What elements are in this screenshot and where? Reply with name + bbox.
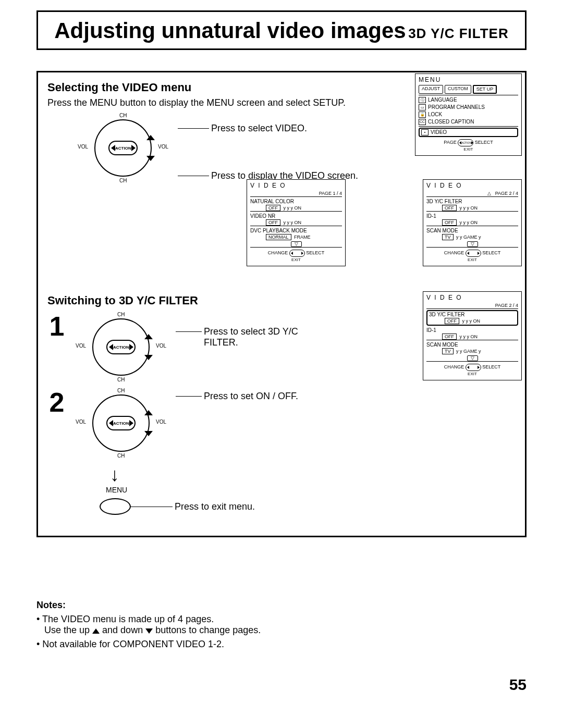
osd-menu-title: MENU: [419, 76, 518, 83]
nav-left-icon: [111, 145, 115, 151]
video-icon: •: [421, 129, 429, 135]
nav-up-icon: [146, 135, 155, 140]
page-number: 55: [36, 676, 527, 694]
notes-section: Notes: • The VIDEO menu is made up of 4 …: [36, 600, 527, 650]
instr-select-3dyc: Press to select 3D Y/C FILTER.: [204, 326, 303, 348]
triangle-down-icon: [145, 628, 153, 634]
nav-action-label: ACTION: [115, 146, 131, 151]
note-1: The VIDEO menu is made up of 4 pages.: [42, 614, 214, 624]
lock-icon: 🔒: [419, 112, 426, 118]
title-main: Adjusting unnatural video images: [54, 18, 406, 43]
note-2: Not available for COMPONENT VIDEO 1-2.: [42, 639, 224, 649]
mini-nav-icon: ACTION: [458, 139, 473, 146]
osd-tab-custom: CUSTOM: [445, 85, 471, 94]
remote-nav-diagram-1: CH CH VOL VOL ACTION: [68, 112, 178, 184]
instr-select-video: Press to select VIDEO.: [211, 123, 307, 134]
nav-right-icon: [131, 145, 136, 151]
nav-vol-left: VOL: [78, 144, 88, 150]
globe-icon: ⓘ: [419, 97, 426, 103]
step-2-number: 2: [47, 387, 66, 418]
osd-menu: MENU ADJUST CUSTOM SET UP ⓘLANGUAGE ▭PRO…: [415, 73, 522, 156]
cc-icon: CC: [419, 119, 426, 125]
instr-exit-menu: Press to exit menu.: [175, 501, 255, 512]
remote-nav-diagram-3: CH CH VOL VOL ACTION: [66, 387, 176, 460]
notes-heading: Notes:: [36, 600, 527, 611]
nav-ch-top: CH: [119, 113, 127, 118]
instr-set-on-off: Press to set ON / OFF.: [204, 391, 298, 402]
page-title-box: Adjusting unnatural video images 3D Y/C …: [36, 10, 527, 50]
tv-icon: ▭: [419, 104, 426, 110]
main-instruction-frame: Selecting the VIDEO menu Press the MENU …: [36, 71, 527, 537]
osd-tab-adjust: ADJUST: [419, 85, 443, 94]
remote-nav-diagram-2: CH CH VOL VOL ACTION: [66, 311, 176, 384]
title-sub: 3D Y/C FILTER: [408, 26, 509, 41]
nav-ch-bot: CH: [119, 178, 127, 183]
osd-tab-setup: SET UP: [473, 85, 497, 94]
triangle-up-icon: [92, 628, 100, 634]
menu-btn-label: MENU: [106, 486, 520, 494]
page-down-icon: ▽: [291, 241, 302, 247]
osd-video-page1: V I D E O PAGE 1 / 4 NATURAL COLOR OFF y…: [247, 179, 346, 266]
osd-video-page2-top: V I D E O △ PAGE 2 / 4 3D Y/C FILTER OFF…: [423, 179, 522, 266]
arrow-down-icon: ↓: [110, 464, 520, 486]
osd-video-page2-bottom: V I D E O PAGE 2 / 4 3D Y/C FILTER OFF y…: [423, 291, 522, 380]
menu-button-icon: [100, 498, 131, 515]
step-1-number: 1: [47, 311, 66, 342]
nav-down-icon: [146, 156, 155, 161]
nav-vol-right: VOL: [158, 144, 168, 150]
